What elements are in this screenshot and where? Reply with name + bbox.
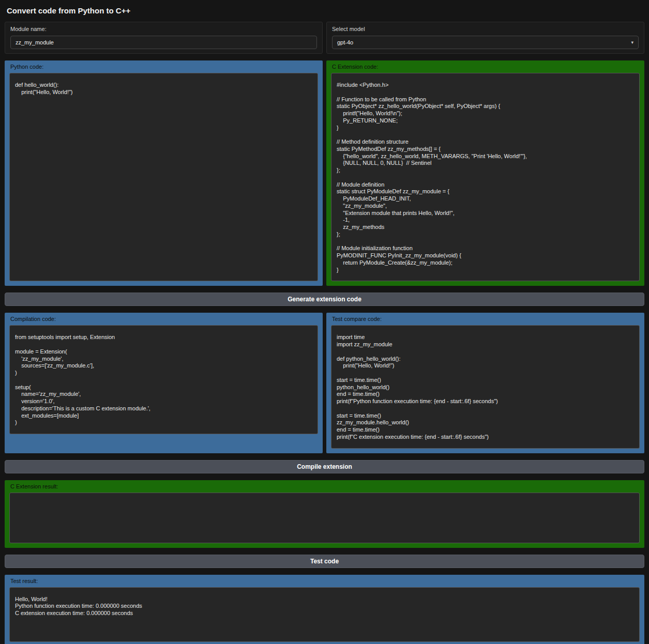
- c-extension-result-panel: C Extension result:: [5, 480, 644, 548]
- python-code-editor[interactable]: def hello_world(): print("Hello, World!"…: [9, 73, 318, 281]
- test-result-label: Test result:: [9, 575, 640, 587]
- model-select-dropdown[interactable]: gpt-4o ▾: [332, 36, 639, 49]
- c-extension-code-editor[interactable]: #include <Python.h> // Function to be ca…: [331, 73, 640, 281]
- test-code-button[interactable]: Test code: [5, 555, 644, 568]
- settings-row: Module name: Select model gpt-4o ▾: [5, 22, 644, 54]
- c-extension-result-output[interactable]: [9, 493, 640, 543]
- python-code-label: Python code:: [9, 60, 318, 73]
- python-code-panel: Python code: def hello_world(): print("H…: [5, 60, 323, 286]
- module-name-input[interactable]: [10, 36, 317, 49]
- test-result-output[interactable]: Hello, World! Python function execution …: [9, 587, 640, 642]
- compilation-code-panel: Compilation code: from setuptools import…: [5, 313, 323, 453]
- module-name-field: Module name:: [5, 22, 323, 54]
- generate-extension-code-button[interactable]: Generate extension code: [5, 293, 644, 306]
- compile-test-row: Compilation code: from setuptools import…: [5, 313, 644, 453]
- model-select-field: Select model gpt-4o ▾: [326, 22, 644, 54]
- test-result-panel: Test result: Hello, World! Python functi…: [5, 575, 644, 644]
- c-extension-result-row: C Extension result:: [5, 480, 644, 548]
- module-name-label: Module name:: [10, 26, 317, 33]
- model-select-label: Select model: [332, 26, 639, 33]
- model-select-value: gpt-4o: [337, 39, 353, 45]
- test-compare-code-panel: Test compare code: import time import zz…: [326, 313, 644, 453]
- code-row: Python code: def hello_world(): print("H…: [5, 60, 644, 286]
- page-title: Convert code from Python to C++: [7, 6, 644, 15]
- compilation-code-label: Compilation code:: [9, 313, 318, 325]
- c-extension-code-label: C Extension code:: [331, 60, 640, 73]
- test-result-row: Test result: Hello, World! Python functi…: [5, 575, 644, 644]
- c-extension-code-panel: C Extension code: #include <Python.h> //…: [326, 60, 644, 286]
- app-root: Convert code from Python to C++ Module n…: [0, 0, 649, 644]
- test-compare-code-editor[interactable]: import time import zz_my_module def pyth…: [331, 325, 640, 448]
- chevron-down-icon: ▾: [631, 40, 633, 45]
- test-compare-code-label: Test compare code:: [331, 313, 640, 325]
- compilation-code-editor[interactable]: from setuptools import setup, Extension …: [9, 325, 318, 434]
- c-extension-result-label: C Extension result:: [9, 480, 640, 493]
- compile-extension-button[interactable]: Compile extension: [5, 460, 644, 473]
